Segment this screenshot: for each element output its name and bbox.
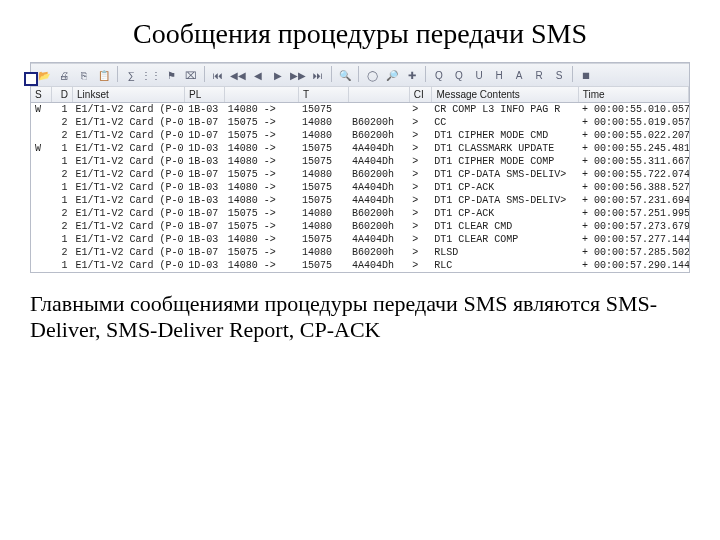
table-row[interactable]: 2E1/T1-V2 Card (P-0)1B-0715075 ->14080B6… [31, 116, 689, 129]
print-icon[interactable]: 🖨 [55, 66, 73, 84]
col-pl[interactable]: PL [185, 87, 225, 102]
u-icon[interactable]: U [470, 66, 488, 84]
table-row[interactable]: W1E1/T1-V2 Card (P-0)1B-0314080 ->15075>… [31, 103, 689, 116]
s-icon[interactable]: S [550, 66, 568, 84]
col-mc[interactable]: Message Contents [432, 87, 578, 102]
copy-icon[interactable]: ⎘ [75, 66, 93, 84]
table-row[interactable]: 1E1/T1-V2 Card (P-0)1B-0314080 ->150754A… [31, 181, 689, 194]
paste-icon[interactable]: 📋 [95, 66, 113, 84]
col-d[interactable]: D [52, 87, 73, 102]
col-blank1[interactable] [225, 87, 299, 102]
table-row[interactable]: W1E1/T1-V2 Card (P-0)1D-0314080 ->150754… [31, 142, 689, 155]
flag-icon[interactable]: ⚑ [162, 66, 180, 84]
table-row[interactable]: 1E1/T1-V2 Card (P-0)1D-0314080 ->150754A… [31, 259, 689, 272]
table-row[interactable]: 2E1/T1-V2 Card (P-0)1D-0715075 ->14080B6… [31, 129, 689, 142]
circle-icon[interactable]: ◯ [363, 66, 381, 84]
find-icon[interactable]: 🔎 [383, 66, 401, 84]
col-s[interactable]: S [31, 87, 52, 102]
capture-panel: 📂 🖨 ⎘ 📋 ∑ ⋮⋮ ⚑ ⌧ ⏮ ◀◀ ◀ ▶ ▶▶ ⏭ 🔍 ◯ 🔎 ✚ Q… [30, 62, 690, 273]
a-icon[interactable]: A [510, 66, 528, 84]
slide-title: Сообщения процедуры передачи SMS [30, 18, 690, 50]
zoom-icon[interactable]: 🔍 [336, 66, 354, 84]
body-paragraph: Главными сообщениями процедуры передачи … [30, 291, 690, 343]
col-ci[interactable]: CI [410, 87, 433, 102]
red-q-icon[interactable]: Q [430, 66, 448, 84]
col-blank2[interactable] [349, 87, 409, 102]
mark-icon[interactable]: ✚ [403, 66, 421, 84]
table-row[interactable]: 2E1/T1-V2 Card (P-0)1B-0715075 ->14080B6… [31, 220, 689, 233]
table-row[interactable]: 1E1/T1-V2 Card (P-0)1B-0314080 ->150754A… [31, 233, 689, 246]
toolbar: 📂 🖨 ⎘ 📋 ∑ ⋮⋮ ⚑ ⌧ ⏮ ◀◀ ◀ ▶ ▶▶ ⏭ 🔍 ◯ 🔎 ✚ Q… [31, 63, 689, 87]
stop-icon[interactable]: ⏹ [577, 66, 595, 84]
gear-icon[interactable]: ⋮⋮ [142, 66, 160, 84]
cancel-icon[interactable]: ⌧ [182, 66, 200, 84]
r-icon[interactable]: R [530, 66, 548, 84]
next-icon[interactable]: ▶▶ [289, 66, 307, 84]
first-icon[interactable]: ⏮ [209, 66, 227, 84]
h-icon[interactable]: H [490, 66, 508, 84]
table-row[interactable]: 2E1/T1-V2 Card (P-0)1B-0715075 ->14080B6… [31, 246, 689, 259]
prev-icon[interactable]: ◀◀ [229, 66, 247, 84]
green-q-icon[interactable]: Q [450, 66, 468, 84]
table-row[interactable]: 1E1/T1-V2 Card (P-0)1B-0314080 ->150754A… [31, 194, 689, 207]
fwd-icon[interactable]: ▶ [269, 66, 287, 84]
rows-container: W1E1/T1-V2 Card (P-0)1B-0314080 ->15075>… [31, 103, 689, 272]
col-t[interactable]: T [299, 87, 349, 102]
back-icon[interactable]: ◀ [249, 66, 267, 84]
column-headers: S D Linkset PL T CI Message Contents Tim… [31, 87, 689, 103]
bullet-icon [24, 72, 38, 86]
last-icon[interactable]: ⏭ [309, 66, 327, 84]
table-row[interactable]: 2E1/T1-V2 Card (P-0)1B-0715075 ->14080B6… [31, 168, 689, 181]
table-row[interactable]: 2E1/T1-V2 Card (P-0)1B-0715075 ->14080B6… [31, 207, 689, 220]
table-row[interactable]: 1E1/T1-V2 Card (P-0)1B-0314080 ->150754A… [31, 155, 689, 168]
col-linkset[interactable]: Linkset [73, 87, 185, 102]
filter-icon[interactable]: ∑ [122, 66, 140, 84]
col-time[interactable]: Time [579, 87, 689, 102]
